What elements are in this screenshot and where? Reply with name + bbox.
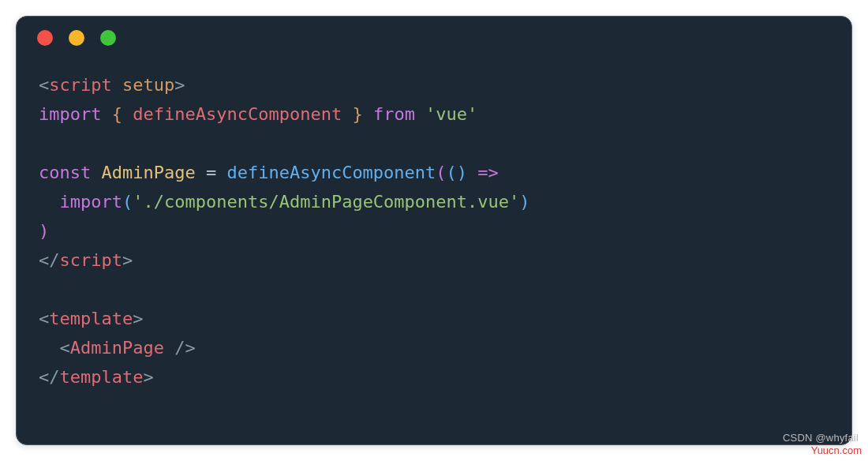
paren: ( bbox=[122, 192, 133, 212]
maximize-icon bbox=[100, 30, 116, 46]
tag-bracket: > bbox=[122, 250, 133, 270]
brace: { bbox=[101, 104, 133, 124]
tag-bracket: < bbox=[39, 309, 49, 328]
tag-name: script bbox=[60, 250, 122, 270]
keyword: import bbox=[60, 192, 122, 212]
string: 'vue' bbox=[415, 104, 477, 124]
minimize-icon bbox=[69, 30, 84, 46]
paren: ( bbox=[436, 163, 446, 182]
keyword: const bbox=[39, 163, 91, 182]
tag-bracket: </ bbox=[39, 367, 60, 387]
tag-bracket: < bbox=[39, 75, 49, 95]
tag-name: AdminPage bbox=[70, 338, 164, 358]
watermark-text: CSDN @whyfail bbox=[783, 432, 859, 444]
variable: AdminPage bbox=[91, 163, 206, 182]
code-window: <script setup> import { defineAsyncCompo… bbox=[16, 16, 852, 445]
paren: ) bbox=[457, 163, 467, 182]
tag-bracket: > bbox=[174, 75, 185, 95]
keyword: import bbox=[39, 104, 101, 124]
function-call: defineAsyncComponent bbox=[226, 163, 436, 182]
string: './components/AdminPageComponent.vue' bbox=[133, 192, 519, 212]
paren: ) bbox=[519, 192, 529, 212]
tag-bracket: /> bbox=[164, 338, 196, 358]
brace: } bbox=[342, 104, 373, 124]
tag-bracket: > bbox=[143, 367, 153, 387]
brand-text: Yuucn.com bbox=[811, 444, 862, 456]
code-block: <script setup> import { defineAsyncCompo… bbox=[17, 59, 851, 392]
tag-name: template bbox=[60, 367, 144, 387]
window-titlebar bbox=[17, 17, 851, 59]
close-icon bbox=[37, 30, 53, 46]
arrow: => bbox=[467, 163, 499, 182]
tag-name: script bbox=[49, 75, 111, 95]
attr-name: setup bbox=[122, 75, 174, 95]
tag-bracket: </ bbox=[39, 250, 60, 270]
identifier: defineAsyncComponent bbox=[133, 104, 342, 124]
paren: ) bbox=[39, 221, 49, 241]
paren: ( bbox=[447, 163, 457, 182]
operator: = bbox=[206, 163, 227, 182]
tag-name: template bbox=[49, 309, 133, 328]
keyword: from bbox=[373, 104, 415, 124]
tag-bracket: > bbox=[133, 309, 143, 328]
tag-bracket: < bbox=[60, 338, 70, 358]
